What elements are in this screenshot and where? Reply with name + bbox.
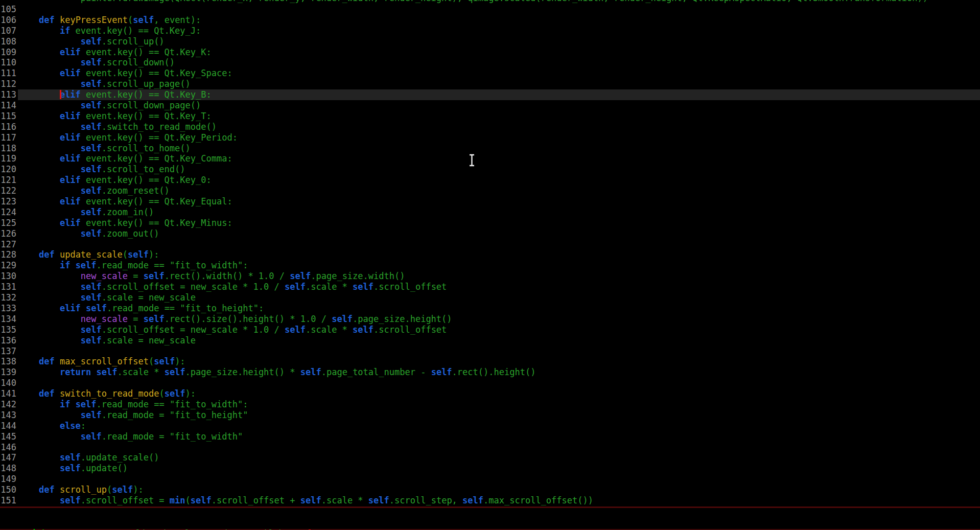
code-line[interactable]: 123 elif event.key() == Qt.Key_Equal: [0, 196, 980, 207]
code-line[interactable]: 118 self.scroll_to_home() [0, 143, 980, 154]
code-line[interactable]: 109 elif event.key() == Qt.Key_K: [0, 47, 980, 58]
code-line[interactable]: 127 [0, 239, 980, 250]
code-text: elif event.key() == Qt.Key_T: [18, 111, 980, 122]
code-line[interactable]: 133 elif self.read_mode == "fit_to_heigh… [0, 303, 980, 314]
code-line[interactable]: 151 self.scroll_offset = min(self.scroll… [0, 495, 980, 506]
code-line[interactable]: 105 [0, 4, 980, 15]
code-line[interactable]: 117 elif event.key() == Qt.Key_Period: [0, 132, 980, 143]
code-text: def switch_to_read_mode(self): [18, 388, 980, 399]
code-text: if self.read_mode == "fit_to_width": [18, 260, 980, 271]
line-number: 136 [0, 335, 16, 346]
code-line[interactable]: 125 elif event.key() == Qt.Key_Minus: [0, 218, 980, 228]
line-number: 140 [0, 378, 16, 388]
code-text: elif event.key() == Qt.Key_Equal: [18, 196, 980, 207]
minibuffer[interactable]: Open with EAF: ~/emacs-application-frame… [0, 508, 980, 529]
code-line[interactable]: 138 def max_scroll_offset(self): [0, 356, 980, 367]
code-line[interactable]: 111 elif event.key() == Qt.Key_Space: [0, 68, 980, 79]
line-number: 144 [0, 421, 16, 431]
python-code-buffer[interactable]: painter.drawImage(QRect(render_x, render… [0, 0, 980, 506]
code-text: elif event.key() == Qt.Key_Minus: [18, 218, 980, 228]
line-number: 135 [0, 325, 16, 335]
code-line[interactable]: 121 elif event.key() == Qt.Key_0: [0, 175, 980, 186]
code-line[interactable]: 119 elif event.key() == Qt.Key_Comma: [0, 153, 980, 164]
line-number: 122 [0, 186, 16, 196]
code-line[interactable]: 139 return self.scale * self.page_size.h… [0, 367, 980, 378]
code-line[interactable]: 113 elif event.key() == Qt.Key_B: [0, 89, 980, 100]
line-number: 150 [0, 485, 16, 495]
code-line[interactable]: 110 self.scroll_down() [0, 57, 980, 68]
line-number: 142 [0, 399, 16, 410]
code-line[interactable]: 145 self.read_mode = "fit_to_width" [0, 431, 980, 442]
code-line[interactable]: 134 new_scale = self.rect().size().heigh… [0, 314, 980, 325]
code-line[interactable]: 135 self.scroll_offset = new_scale * 1.0… [0, 325, 980, 335]
code-text [18, 4, 980, 15]
code-line[interactable]: 130 new_scale = self.rect().width() * 1.… [0, 271, 980, 282]
code-line[interactable]: 141 def switch_to_read_mode(self): [0, 388, 980, 399]
code-text: def scroll_up(self): [18, 485, 980, 495]
code-line[interactable]: 131 self.scroll_offset = new_scale * 1.0… [0, 282, 980, 292]
code-lines: 105106 def keyPressEvent(self, event):10… [0, 4, 980, 506]
code-text [18, 346, 980, 357]
line-number: 134 [0, 314, 16, 325]
code-line[interactable]: 124 self.zoom_in() [0, 207, 980, 218]
code-text [18, 442, 980, 453]
line-number: 128 [0, 249, 16, 260]
code-line[interactable]: 120 self.scroll_to_end() [0, 164, 980, 175]
code-text: self.zoom_out() [18, 228, 980, 239]
code-text: self.zoom_in() [18, 207, 980, 218]
code-text: new_scale = self.rect().size().height() … [18, 314, 980, 325]
line-number: 111 [0, 68, 16, 79]
code-line[interactable]: 143 self.read_mode = "fit_to_height" [0, 410, 980, 421]
code-text: self.scroll_offset = new_scale * 1.0 / s… [18, 325, 980, 335]
line-number: 143 [0, 410, 16, 421]
code-line[interactable]: 136 self.scale = new_scale [0, 335, 980, 346]
code-line[interactable]: 122 self.zoom_reset() [0, 186, 980, 196]
code-text: elif event.key() == Qt.Key_Period: [18, 132, 980, 143]
line-number: 116 [0, 122, 16, 132]
code-line[interactable]: 108 self.scroll_up() [0, 36, 980, 47]
code-text: if event.key() == Qt.Key_J: [18, 26, 980, 36]
line-number: 107 [0, 26, 16, 36]
line-number: 110 [0, 57, 16, 68]
code-line[interactable]: 146 [0, 442, 980, 453]
code-line[interactable]: 144 else: [0, 421, 980, 431]
code-line[interactable]: 115 elif event.key() == Qt.Key_T: [0, 111, 980, 122]
code-text: elif event.key() == Qt.Key_Space: [18, 68, 980, 79]
line-number: 112 [0, 79, 16, 89]
line-number: 113 [0, 89, 16, 100]
code-line[interactable]: 114 self.scroll_down_page() [0, 100, 980, 111]
line-number: 132 [0, 292, 16, 303]
code-line[interactable]: 132 self.scale = new_scale [0, 292, 980, 303]
code-text: self.zoom_reset() [18, 186, 980, 196]
code-line[interactable]: 148 self.update() [0, 463, 980, 474]
code-line[interactable]: 107 if event.key() == Qt.Key_J: [0, 26, 980, 36]
code-text: elif self.read_mode == "fit_to_height": [18, 303, 980, 314]
code-line[interactable]: 129 if self.read_mode == "fit_to_width": [0, 260, 980, 271]
line-number: 109 [0, 47, 16, 58]
code-line[interactable]: 149 [0, 474, 980, 485]
code-text: self.scroll_down_page() [18, 100, 980, 111]
code-text: self.update_scale() [18, 452, 980, 463]
line-number: 105 [0, 4, 16, 15]
code-line[interactable]: 150 def scroll_up(self): [0, 485, 980, 495]
code-line[interactable]: 137 [0, 346, 980, 357]
code-line[interactable]: 126 self.zoom_out() [0, 228, 980, 239]
line-number: 145 [0, 431, 16, 442]
line-number: 148 [0, 463, 16, 474]
code-text: self.read_mode = "fit_to_width" [18, 431, 980, 442]
code-text: elif event.key() == Qt.Key_B: [18, 89, 980, 100]
code-line[interactable]: 128 def update_scale(self): [0, 249, 980, 260]
code-text: elif event.key() == Qt.Key_Comma: [18, 153, 980, 164]
code-line[interactable]: 106 def keyPressEvent(self, event): [0, 15, 980, 26]
code-line[interactable]: 147 self.update_scale() [0, 452, 980, 463]
code-line[interactable]: 140 [0, 378, 980, 388]
code-text: self.scroll_to_home() [18, 143, 980, 154]
line-number: 120 [0, 164, 16, 175]
code-text: self.scroll_up() [18, 36, 980, 47]
code-line[interactable]: 112 self.scroll_up_page() [0, 79, 980, 89]
code-line[interactable]: 116 self.switch_to_read_mode() [0, 122, 980, 132]
line-number: 106 [0, 15, 16, 26]
code-text: def max_scroll_offset(self): [18, 356, 980, 367]
line-number: 126 [0, 228, 16, 239]
code-line[interactable]: 142 if self.read_mode == "fit_to_width": [0, 399, 980, 410]
